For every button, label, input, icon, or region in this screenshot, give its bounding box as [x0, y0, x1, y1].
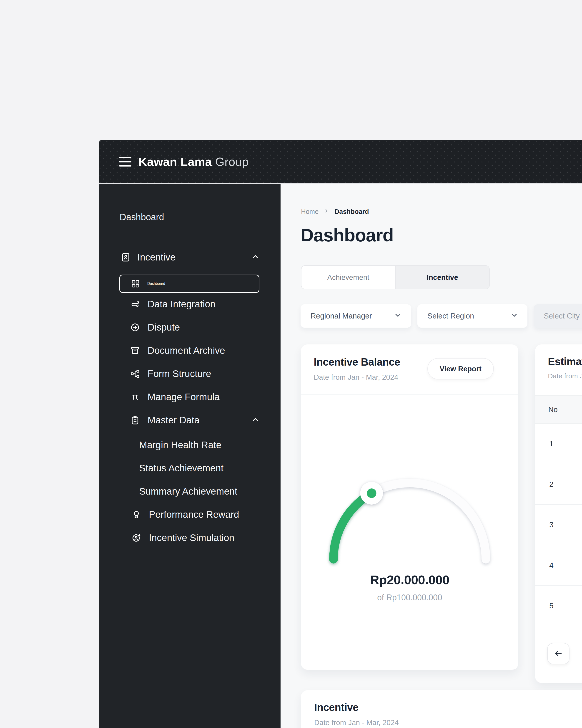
brand-light: Group [215, 155, 249, 168]
card-subtitle: Date from Jan - Mar, 2024 [314, 719, 399, 727]
tab-incentive[interactable]: Incentive [395, 266, 489, 289]
table-row: 5 [535, 586, 582, 626]
incentive-balance-card: Incentive Balance Date from Jan - Mar, 2… [301, 344, 518, 670]
chevron-up-icon [251, 415, 260, 425]
sidebar-item-summary-achievement[interactable]: Summary Achievement [99, 482, 281, 501]
select-city-dropdown[interactable]: Select City [534, 304, 582, 328]
sidebar-group-label: Master Data [147, 415, 200, 426]
top-bar: Kawan Lama Group [99, 140, 582, 184]
select-region-dropdown[interactable]: Select Region [417, 304, 527, 328]
table-row: 2 [535, 464, 582, 504]
card-title: Estimation [548, 355, 582, 368]
sidebar-item-label: Performance Reward [149, 509, 239, 520]
view-report-button[interactable]: View Report [427, 358, 494, 380]
sidebar-item-label: Document Archive [147, 345, 225, 356]
sidebar-item-label: Dashboard [147, 282, 165, 286]
breadcrumb-current: Dashboard [334, 208, 369, 215]
regional-manager-dropdown[interactable]: Regional Manager [301, 304, 411, 328]
page-title: Dashboard [301, 225, 393, 246]
sidebar-item-dashboard[interactable]: Dashboard [119, 275, 259, 293]
route-icon [130, 299, 140, 309]
table-row: 1 [535, 424, 582, 464]
sidebar-group-label: Incentive [137, 252, 175, 263]
user-plus-icon [131, 533, 141, 543]
sidebar: Dashboard Incentive Dashboard Data Integ… [99, 184, 281, 728]
chevron-down-icon [394, 311, 402, 321]
incentive-bottom-card: Incentive Date from Jan - Mar, 2024 [301, 690, 582, 728]
sidebar-item-performance-reward[interactable]: Performance Reward [99, 504, 281, 525]
id-badge-icon [121, 252, 131, 262]
card-subtitle: Date from Jan - Mar, 2024 [548, 372, 582, 380]
grid-icon [131, 279, 140, 289]
sidebar-group-incentive[interactable]: Incentive [99, 247, 281, 267]
brand-bold: Kawan Lama [138, 155, 212, 168]
sidebar-item-label: Data Integration [147, 299, 216, 310]
breadcrumb: Home Dashboard [301, 208, 369, 215]
chevron-right-icon [324, 208, 329, 215]
arrow-circle-right-icon [130, 322, 140, 332]
tab-group: Achievement Incentive [301, 265, 490, 289]
gauge-value: Rp20.000.000 [301, 572, 518, 587]
table-row: 3 [535, 504, 582, 545]
hamburger-icon[interactable] [119, 157, 131, 166]
estimation-card: Estimation Date from Jan - Mar, 2024 No … [535, 344, 582, 683]
sidebar-item-label: Manage Formula [147, 392, 220, 402]
gauge-max: of Rp100.000.000 [301, 593, 518, 602]
sidebar-item-label: Form Structure [147, 368, 211, 379]
sidebar-item-form-structure[interactable]: Form Structure [99, 364, 281, 384]
arrow-left-icon [554, 649, 563, 659]
sidebar-item-label: Dispute [147, 322, 180, 333]
app-window: Kawan Lama Group Dashboard Incentive Das… [99, 140, 582, 728]
breadcrumb-home[interactable]: Home [301, 208, 318, 215]
clipboard-icon [130, 415, 140, 425]
table-row: 4 [535, 545, 582, 586]
sidebar-item-label: Incentive Simulation [149, 532, 234, 543]
archive-icon [130, 345, 140, 356]
sidebar-item-margin-health-rate[interactable]: Margin Health Rate [99, 435, 281, 455]
table-header-no: No [535, 395, 582, 424]
brand-logo: Kawan Lama Group [138, 155, 249, 168]
pi-icon [130, 392, 140, 402]
sidebar-item-status-achievement[interactable]: Status Achievement [99, 458, 281, 478]
filter-bar: Regional Manager Select Region Select Ci… [301, 304, 582, 328]
award-icon [131, 510, 141, 520]
tab-achievement[interactable]: Achievement [301, 266, 395, 289]
sidebar-item-data-integration[interactable]: Data Integration [99, 294, 281, 314]
sidebar-item-document-archive[interactable]: Document Archive [99, 341, 281, 361]
main-content: Home Dashboard Dashboard Achievement Inc… [281, 184, 582, 728]
pagination-prev-button[interactable] [547, 643, 570, 664]
sidebar-item-manage-formula[interactable]: Manage Formula [99, 387, 281, 407]
sidebar-item-incentive-simulation[interactable]: Incentive Simulation [99, 528, 281, 548]
incentive-gauge: Rp20.000.000 of Rp100.000.000 [301, 394, 518, 670]
sidebar-item-dispute[interactable]: Dispute [99, 317, 281, 337]
sidebar-group-master-data[interactable]: Master Data [99, 410, 281, 430]
card-title: Incentive [314, 701, 399, 713]
sidebar-item-dashboard-root[interactable]: Dashboard [119, 207, 164, 227]
chevron-up-icon [251, 253, 260, 262]
chevron-down-icon [510, 311, 518, 321]
hierarchy-icon [130, 369, 140, 379]
